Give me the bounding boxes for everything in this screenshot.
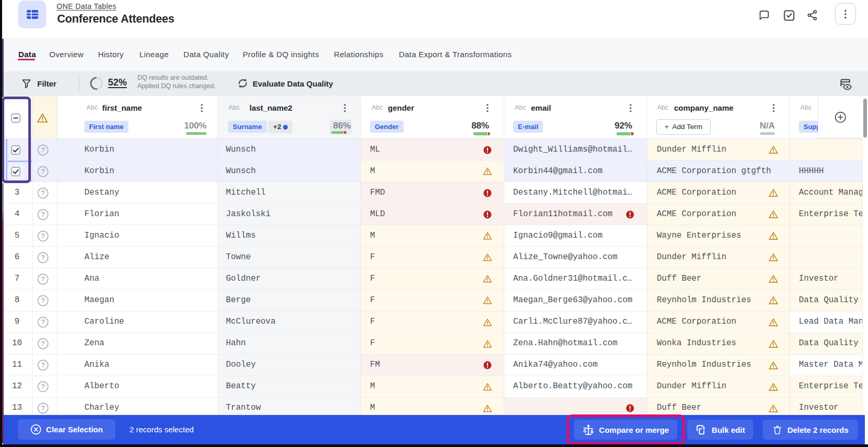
- svg-text:?: ?: [41, 340, 45, 348]
- svg-text:?: ?: [41, 384, 45, 391]
- svg-text:?: ?: [41, 318, 45, 326]
- svg-text:?: ?: [41, 189, 45, 197]
- svg-text:?: ?: [41, 254, 45, 261]
- svg-text:?: ?: [41, 211, 45, 218]
- svg-text:?: ?: [41, 362, 45, 369]
- svg-text:?: ?: [41, 232, 45, 240]
- svg-text:?: ?: [41, 297, 45, 304]
- svg-text:?: ?: [41, 405, 45, 412]
- svg-text:?: ?: [41, 275, 45, 283]
- svg-text:?: ?: [41, 168, 45, 175]
- svg-text:?: ?: [41, 146, 45, 154]
